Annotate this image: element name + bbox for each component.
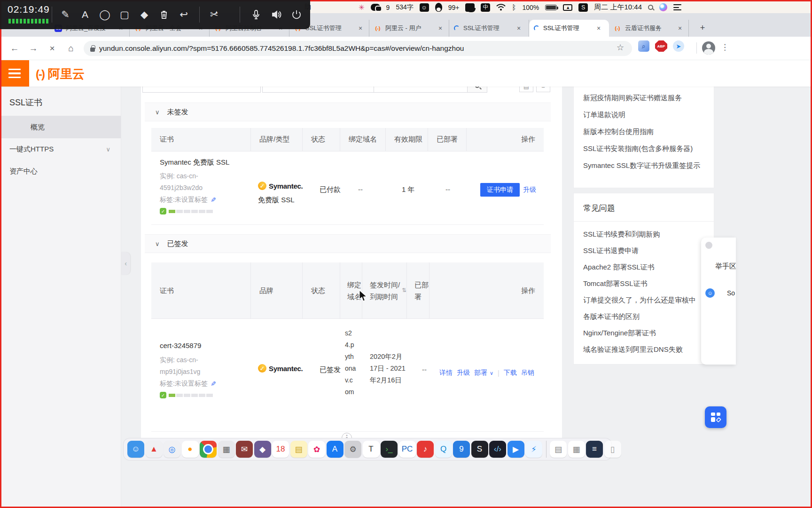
tab-close-icon[interactable]: × [676, 24, 684, 32]
sidebar-item[interactable]: 资产中心 ∨ [0, 160, 121, 183]
wifi-icon[interactable] [496, 3, 506, 12]
trash-tool-icon[interactable] [154, 5, 174, 24]
edit-tag-icon[interactable]: ✎ [211, 380, 216, 388]
microphone-status-icon[interactable] [465, 3, 475, 12]
wechat-icon[interactable] [371, 3, 380, 12]
filter-brand-select[interactable] [262, 87, 376, 93]
eraser-tool-icon[interactable]: ◆ [134, 5, 154, 24]
thunder-extension-icon[interactable]: ➤ [673, 40, 684, 52]
deploy-link[interactable]: 部署 [474, 369, 487, 377]
dock-icon-pc-client[interactable]: PC [399, 441, 416, 458]
dock-icon-thunder[interactable]: ⚡ [525, 441, 542, 458]
dock-icon-mail[interactable]: ✉ [236, 441, 253, 458]
dock-icon-notes[interactable]: ▤ [290, 441, 307, 458]
detail-link[interactable]: 详情 [439, 369, 453, 377]
help-link[interactable]: Symantec SSL数字证书升级重签提示 [583, 159, 706, 172]
filter-status-select[interactable] [142, 87, 261, 93]
dock-icon-settings[interactable]: ⚙ [344, 441, 361, 458]
smiley-input-icon[interactable]: ☺ [420, 3, 429, 12]
dock-icon-reader[interactable]: ≡ [586, 441, 603, 458]
help-link[interactable]: 订单退款说明 [583, 108, 706, 121]
sidebar-item[interactable]: 概览 ∨ [0, 116, 121, 138]
view-toggle-list[interactable]: ≡ [536, 87, 550, 92]
sidebar-item[interactable]: 一键式HTTPS ∨ [0, 138, 121, 160]
url-text[interactable]: yundun.console.aliyun.com/?spm=5176.6660… [99, 44, 464, 53]
capture-tool-icon[interactable]: ✂▴ [204, 5, 224, 24]
tab-close-icon[interactable]: × [515, 24, 523, 32]
back-button[interactable]: ← [8, 41, 22, 56]
dock-icon-chrome[interactable] [200, 441, 217, 458]
browser-tab[interactable]: SSL证书管理 × [449, 20, 529, 37]
dock-icon-notepad[interactable]: ▦ [568, 441, 585, 458]
dock-icon-launchpad-rocket[interactable]: ▲ [146, 441, 163, 458]
spotlight-search-icon[interactable] [648, 3, 653, 12]
pen-tool-icon[interactable]: ✎ [55, 5, 75, 24]
faq-link[interactable]: SSL证书续费和到期新购 [583, 229, 706, 239]
airplay-display-icon[interactable] [563, 3, 572, 12]
dock-icon-orange-app[interactable]: ● [182, 441, 199, 458]
undo-tool-icon[interactable]: ↩ [174, 5, 194, 24]
dock-icon-code-editor[interactable]: ‹/› [489, 441, 506, 458]
rect-tool-icon[interactable]: ▢ [115, 5, 134, 24]
browser-tab[interactable]: (-) 云盾证书服务 × [609, 20, 689, 37]
qq-icon[interactable] [435, 3, 442, 12]
mic-tool-icon[interactable] [246, 5, 266, 24]
faq-link[interactable]: 域名验证推送到阿里云DNS失败 [583, 344, 706, 354]
siri-icon[interactable] [659, 3, 667, 12]
bookmark-star-icon[interactable]: ☆ [617, 42, 624, 53]
upgrade-link[interactable]: 升级 [523, 186, 536, 194]
power-tool-icon[interactable] [287, 5, 306, 24]
dock-icon-terminal[interactable]: ›_ [381, 441, 398, 458]
home-button[interactable]: ⌂ [64, 41, 78, 56]
dock-icon-document[interactable]: ▤ [550, 441, 567, 458]
dock-icon-app-store[interactable]: A [327, 441, 344, 458]
dock-icon-safari[interactable]: ◎ [164, 441, 180, 458]
filter-keyword-input[interactable] [374, 87, 468, 93]
dock-icon-finder[interactable]: ☺ [127, 441, 144, 458]
dock-icon-launchpad-grid[interactable]: ▦ [218, 441, 235, 458]
stop-button[interactable]: × [45, 41, 59, 56]
menubar-clock[interactable]: 周二 上午10:44 [594, 3, 642, 12]
search-button[interactable] [467, 87, 487, 93]
cert-name[interactable]: Symantec 免费版 SSL [160, 158, 229, 167]
tab-close-icon[interactable]: × [437, 24, 444, 32]
faq-link[interactable]: Apache2 部署SSL证书 [583, 262, 706, 272]
dock-icon-netease-music[interactable]: ♪ [417, 441, 434, 458]
adblock-extension-icon[interactable]: ABP [655, 40, 667, 52]
sidebar-collapse-handle[interactable]: ‹ [121, 252, 130, 275]
user-avatar[interactable]: ☺ [705, 288, 715, 298]
faq-link[interactable]: 各版本证书的区别 [583, 311, 706, 321]
bluetooth-icon[interactable]: ᛒ [512, 3, 516, 12]
mini-apps-floating-button[interactable] [705, 406, 726, 428]
browser-tab[interactable]: SSL证书管理 × [529, 20, 609, 37]
dock-icon-trash[interactable]: ▯ [604, 441, 621, 458]
dock-icon-s-app[interactable]: S [471, 441, 488, 458]
upgrade-link[interactable]: 升级 [457, 369, 470, 377]
section-signed[interactable]: ∨ 已签发 [145, 234, 551, 253]
faq-link[interactable]: Tomcat部署SSL证书 [583, 278, 706, 288]
faq-link[interactable]: 订单提交很久了，为什么还是审核中 [583, 295, 706, 305]
aliyun-logo[interactable]: (-) 阿里云 [36, 66, 85, 82]
raise-hand-panel[interactable]: 举手区 ☺ So [701, 238, 736, 365]
dock-icon-calendar-18[interactable]: 18 [272, 441, 289, 458]
help-link[interactable]: 新版本控制台使用指南 [583, 125, 706, 138]
faq-link[interactable]: SSL证书退费申请 [583, 246, 706, 255]
tab-close-icon[interactable]: × [357, 24, 364, 32]
new-tab-button[interactable]: + [696, 22, 709, 34]
forward-button[interactable]: → [26, 41, 40, 56]
dock-icon-video-player[interactable]: ▶ [508, 441, 524, 458]
section-unsigned[interactable]: ∨ 未签发 [145, 103, 551, 121]
text-tool-icon[interactable]: A [75, 5, 95, 24]
apply-cert-button[interactable]: 证书申请 [480, 183, 520, 197]
view-toggle-grid[interactable]: ▤ [519, 87, 533, 92]
input-method-icon[interactable]: 中 [481, 3, 490, 12]
dock-icon-browser-9[interactable]: 9 [453, 441, 470, 458]
dock-icon-app-purple[interactable]: ◆ [254, 441, 271, 458]
dock-icon-qq[interactable]: Q [435, 441, 452, 458]
battery-icon[interactable] [545, 3, 557, 12]
address-bar[interactable]: yundun.console.aliyun.com/?spm=5176.6660… [84, 41, 632, 56]
cert-name[interactable]: cert-3245879 [160, 341, 201, 349]
profile-avatar[interactable] [702, 41, 715, 55]
faq-link[interactable]: Nginx/Tengine部署证书 [583, 328, 706, 338]
notification-center-icon[interactable] [673, 3, 681, 12]
